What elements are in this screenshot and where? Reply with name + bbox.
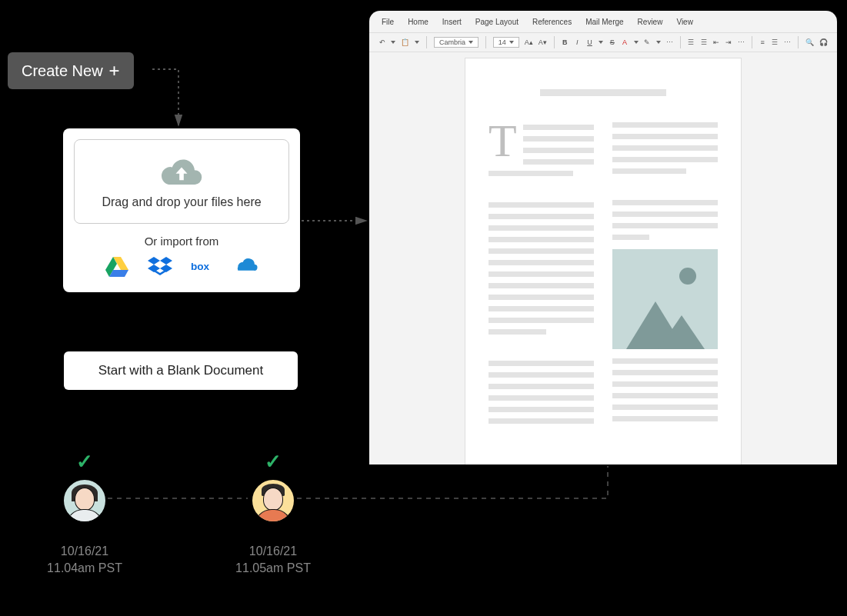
bold-icon[interactable]: B (562, 38, 569, 47)
more-icon[interactable]: ⋯ (738, 38, 745, 47)
onedrive-icon[interactable] (234, 255, 258, 277)
decrease-font-icon[interactable]: A▾ (539, 38, 547, 47)
svg-text:box: box (191, 261, 210, 272)
create-new-button[interactable]: Create New + (8, 52, 134, 89)
increase-font-icon[interactable]: A▴ (525, 38, 533, 47)
timestamp-time: 11.05am PST (231, 560, 315, 577)
menu-bar: File Home Insert Page Layout References … (369, 11, 837, 32)
timestamp-time: 11.04am PST (42, 560, 127, 577)
avatar (251, 478, 295, 523)
line-spacing-icon[interactable]: ☰ (772, 38, 779, 47)
menu-home[interactable]: Home (408, 18, 429, 26)
menu-insert[interactable]: Insert (442, 18, 462, 26)
dropzone-text: Drag and drop your files here (82, 195, 281, 209)
plus-icon: + (109, 62, 120, 80)
doc-column-left: T (489, 122, 594, 436)
menu-mail-merge[interactable]: Mail Merge (585, 18, 623, 26)
avatar (62, 478, 107, 523)
undo-icon[interactable]: ↶ (378, 38, 385, 47)
decrease-indent-icon[interactable]: ⇤ (712, 38, 719, 47)
bullet-list-icon[interactable]: ☰ (688, 38, 695, 47)
check-icon: ✓ (231, 450, 315, 474)
start-blank-label: Start with a Blank Document (98, 363, 263, 378)
upload-card: Drag and drop your files here Or import … (63, 128, 300, 292)
chevron-down-icon[interactable] (656, 41, 661, 44)
strikethrough-icon[interactable]: S (609, 38, 615, 47)
toolbar: ↶ 📋 Cambria 14 A▴ A▾ B I U S A ✎ ⋯ ☰ ☰ ⇤… (369, 32, 837, 52)
headphones-icon[interactable]: 🎧 (819, 38, 828, 47)
user-version-2: ✓ 10/16/21 11.05am PST (231, 450, 315, 576)
menu-page-layout[interactable]: Page Layout (475, 18, 519, 26)
underline-icon[interactable]: U (586, 38, 593, 47)
document-page: T (465, 58, 741, 464)
chevron-down-icon[interactable] (415, 41, 419, 44)
chevron-down-icon[interactable] (391, 41, 395, 44)
import-from-label: Or import from (74, 235, 289, 248)
cloud-upload-icon (158, 155, 205, 188)
timestamp-date: 10/16/21 (42, 543, 127, 560)
font-color-icon[interactable]: A (621, 38, 628, 47)
menu-references[interactable]: References (532, 18, 572, 26)
user-version-1: ✓ 10/16/21 11.04am PST (42, 450, 127, 576)
font-family-select[interactable]: Cambria (434, 37, 479, 48)
highlight-icon[interactable]: ✎ (644, 38, 651, 47)
search-icon[interactable]: 🔍 (805, 38, 814, 47)
dropbox-icon[interactable] (148, 255, 172, 277)
chevron-down-icon[interactable] (599, 41, 603, 44)
check-icon: ✓ (42, 450, 127, 474)
menu-review[interactable]: Review (638, 18, 663, 26)
more-icon[interactable]: ⋯ (784, 38, 791, 47)
italic-icon[interactable]: I (574, 38, 581, 47)
more-icon[interactable]: ⋯ (666, 38, 673, 47)
paste-icon[interactable]: 📋 (401, 38, 409, 47)
menu-view[interactable]: View (676, 18, 693, 26)
google-drive-icon[interactable] (105, 255, 129, 277)
align-left-icon[interactable]: ≡ (759, 38, 766, 47)
dropcap-letter: T (489, 122, 517, 159)
menu-file[interactable]: File (382, 18, 394, 26)
timestamp-date: 10/16/21 (231, 543, 315, 560)
chevron-down-icon[interactable] (634, 41, 639, 44)
start-blank-document-button[interactable]: Start with a Blank Document (64, 351, 298, 390)
increase-indent-icon[interactable]: ⇥ (725, 38, 732, 47)
upload-dropzone[interactable]: Drag and drop your files here (74, 139, 289, 224)
import-services-row: box (74, 255, 289, 277)
doc-column-right (612, 122, 718, 436)
document-editor-window: File Home Insert Page Layout References … (369, 11, 837, 464)
box-icon[interactable]: box (191, 255, 215, 277)
create-new-label: Create New (22, 62, 103, 80)
number-list-icon[interactable]: ☰ (700, 38, 707, 47)
doc-title-placeholder (540, 89, 666, 96)
font-size-select[interactable]: 14 (493, 37, 519, 48)
image-placeholder (612, 249, 718, 349)
